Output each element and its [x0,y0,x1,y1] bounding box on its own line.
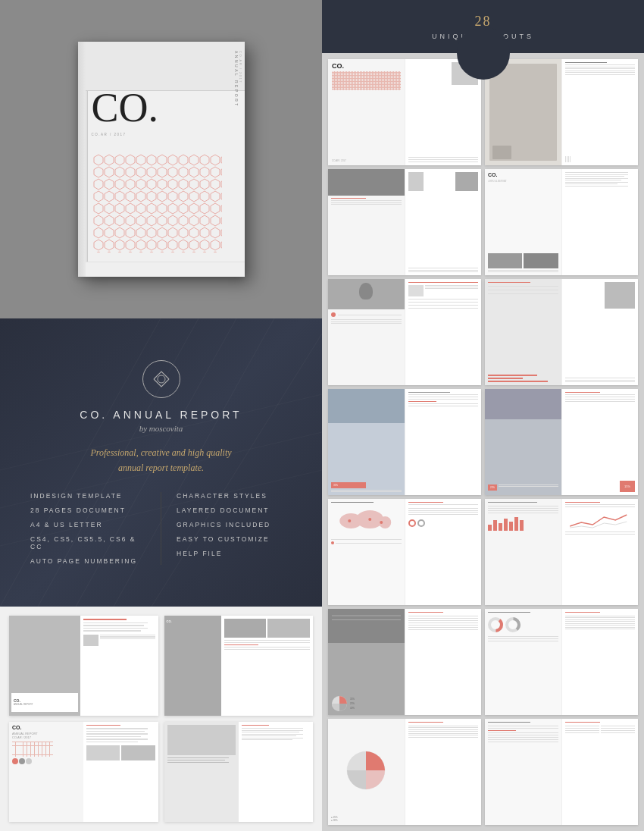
thumb-6 [485,279,638,385]
feature-item: CHARACTER STYLES [177,492,292,500]
spread-page-3: CO. ANNUAL REPORTCO.AR / 2017 [9,722,158,822]
feature-item: HELP FILE [177,550,292,557]
left-panel: ANNUAL REPORT CO.AR / 2017 CO. CO.AR / 2… [0,0,322,831]
thumbnails-grid: CO. CO.AR / 2017 [322,53,644,831]
svg-point-16 [380,521,383,524]
thumb-2 [485,59,638,165]
spread-page-2: CO. [164,616,314,716]
thumb-12 [485,609,638,715]
thumb-9 [328,499,481,605]
moscovita-logo [142,360,180,398]
thumb-7: 30% [328,389,481,495]
info-section: CO. ANNUAL REPORT by moscovita Professio… [0,318,322,607]
thumb-5 [328,279,481,385]
thumb-8: 25% 15% [485,389,638,495]
info-title: CO. ANNUAL REPORT [80,409,242,421]
feature-item: CS4, CS5, CS5.5, CS6 & CC [30,535,145,550]
feature-item: 28 PAGES DOCUMENT [30,506,145,514]
thumb-1: CO. CO.AR / 2017 [328,59,481,165]
svg-point-10 [158,375,165,383]
cover-section: ANNUAL REPORT CO.AR / 2017 CO. CO.AR / 2… [0,0,322,318]
thumb-10 [485,499,638,605]
feature-item: GRAPHICS INCLUDED [177,521,292,528]
thumb-13: ● 25% ● 30% [328,719,481,825]
cover-pattern [93,154,222,252]
info-byline: by moscovita [139,424,183,433]
thumb-11: 35% 25% 40% [328,609,481,715]
svg-point-15 [368,518,371,521]
feature-item: EASY TO CUSTOMIZE [177,535,292,543]
right-panel: 28 UNIQUE LAYOUTS CO. CO.AR / 2017 [322,0,644,831]
cover-co-label: CO. [92,87,159,128]
spread-row-2: CO. ANNUAL REPORTCO.AR / 2017 [9,722,313,822]
info-features: INDESIGN TEMPLATE 28 PAGES DOCUMENT A4 &… [30,492,292,565]
thumb-3 [328,169,481,275]
spread-section: CO. ANNUAL REPORT [0,607,322,831]
info-tagline: Professional, creative and high quality … [90,445,231,476]
info-col-right: CHARACTER STYLES LAYERED DOCUMENT GRAPHI… [161,492,292,565]
feature-item: INDESIGN TEMPLATE [30,492,145,500]
info-col-left: INDESIGN TEMPLATE 28 PAGES DOCUMENT A4 &… [30,492,161,565]
thumb-14 [485,719,638,825]
spread-page-1: CO. ANNUAL REPORT [9,616,158,716]
spread-row-1: CO. ANNUAL REPORT [9,616,313,716]
svg-rect-1 [93,154,222,252]
feature-item: LAYERED DOCUMENT [177,506,292,514]
thumb-4: CO. ANNUAL REPORT [485,169,638,275]
spread-page-4 [164,722,314,822]
feature-item: AUTO PAGE NUMBERING [30,557,145,565]
svg-point-14 [348,519,351,522]
cover-book: ANNUAL REPORT CO.AR / 2017 CO. CO.AR / 2… [78,42,245,277]
feature-item: A4 & US LETTER [30,521,145,528]
